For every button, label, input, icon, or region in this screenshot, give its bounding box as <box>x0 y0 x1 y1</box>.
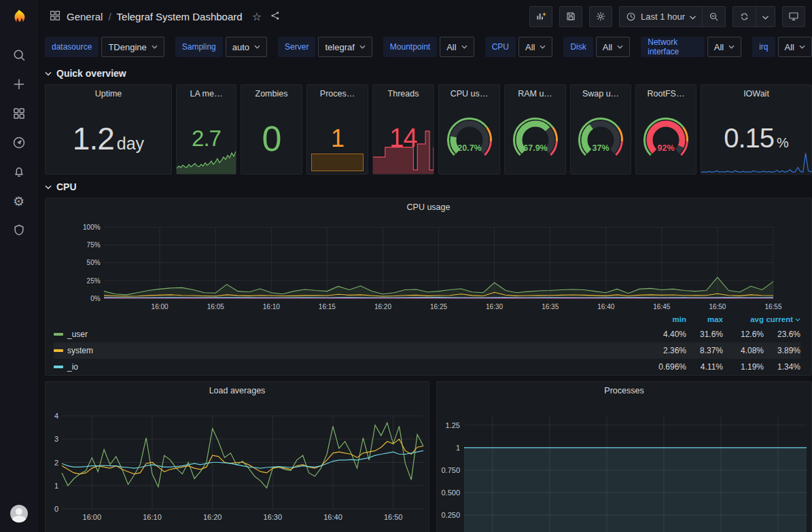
panel-title[interactable]: Swap u… <box>571 85 631 103</box>
svg-text:0.500: 0.500 <box>441 489 460 497</box>
chevron-down-icon <box>617 45 623 49</box>
dashboard-title[interactable]: Telegraf System Dashboard <box>117 11 243 22</box>
series-color-swatch <box>54 333 63 336</box>
svg-text:16:55: 16:55 <box>764 303 781 311</box>
legend-max: 8.37% <box>686 346 723 355</box>
search-icon[interactable] <box>12 48 27 63</box>
panel-load-average: LA me… 2.7 <box>176 84 236 175</box>
add-icon[interactable] <box>12 77 27 92</box>
panel-title[interactable]: RAM u… <box>505 85 565 103</box>
panel-title[interactable]: IOWait <box>701 85 811 103</box>
legend-series-toggle[interactable]: _user <box>54 330 647 339</box>
chart-legend: min max avg current _user4.40%31.6%12.6%… <box>46 313 811 375</box>
variable-label[interactable]: irq <box>752 37 775 57</box>
breadcrumb-separator: / <box>108 11 111 22</box>
zoom-out-time-button[interactable] <box>702 7 725 26</box>
configuration-gear-icon[interactable]: ⚙ <box>12 194 27 209</box>
grafana-app: ⚙ General / Telegraf System Dashboard ☆ <box>0 0 812 532</box>
explore-compass-icon[interactable] <box>12 135 27 150</box>
legend-sort-min[interactable]: min <box>647 315 686 323</box>
breadcrumb-folder[interactable]: General <box>67 11 103 22</box>
panel-title[interactable]: Uptime <box>46 85 171 103</box>
chevron-down-icon <box>45 71 52 76</box>
panel-title[interactable]: Zombies <box>241 85 302 103</box>
variable-value-dropdown[interactable]: All <box>518 37 552 57</box>
legend-min: 0.696% <box>647 362 686 372</box>
legend-min: 4.40% <box>647 330 686 339</box>
variable-label[interactable]: Disk <box>563 37 593 57</box>
variable-value-dropdown[interactable]: TDengine <box>101 37 164 57</box>
variable-label[interactable]: Mountpoint <box>383 37 437 57</box>
variable-value-dropdown[interactable]: auto <box>226 37 267 57</box>
variable-label[interactable]: Sampling <box>175 37 223 57</box>
legend-row: system2.36%8.37%4.08%3.89% <box>54 342 800 359</box>
time-range-label: Last 1 hour <box>641 12 685 22</box>
legend-series-toggle[interactable]: system <box>54 346 647 355</box>
dashboards-icon[interactable] <box>12 106 27 121</box>
svg-text:16:15: 16:15 <box>319 303 336 311</box>
legend-row: _io0.696%4.11%1.19%1.34% <box>54 359 800 375</box>
grafana-logo-icon[interactable] <box>9 8 29 29</box>
breadcrumb: General / Telegraf System Dashboard ☆ <box>49 10 281 24</box>
time-range-picker[interactable]: Last 1 hour <box>620 7 702 26</box>
panel-title[interactable]: Threads <box>373 85 434 103</box>
alerting-bell-icon[interactable] <box>12 164 27 179</box>
cpu-usage-chart: 0%25%50%75%100%16:0016:0516:1016:1516:20… <box>46 216 811 313</box>
legend-sort-max[interactable]: max <box>686 315 723 323</box>
dashboard-settings-button[interactable] <box>589 6 612 27</box>
svg-text:16:05: 16:05 <box>207 303 224 311</box>
panel-ram-usage-gauge: RAM u… 67.9% <box>504 84 566 175</box>
svg-text:16:10: 16:10 <box>143 513 162 521</box>
save-dashboard-button[interactable] <box>559 6 582 27</box>
panel-title[interactable]: CPU us… <box>439 85 499 103</box>
svg-text:1: 1 <box>54 482 58 490</box>
chevron-down-icon <box>152 45 158 49</box>
chevron-down-icon <box>728 45 735 49</box>
variable-label[interactable]: Network interface <box>641 37 705 57</box>
svg-text:67.9%: 67.9% <box>523 143 547 153</box>
legend-sort-current[interactable]: current <box>764 315 800 323</box>
stat-value: 2.7 <box>192 126 221 152</box>
refresh-button[interactable] <box>733 7 756 26</box>
panel-title[interactable]: CPU usage <box>46 198 811 216</box>
panel-title[interactable]: LA me… <box>177 85 236 103</box>
variable-cpu: CPUAll <box>485 37 553 57</box>
panel-title[interactable]: Processes <box>437 382 811 400</box>
row-toggle-quick-overview[interactable]: Quick overview <box>45 65 812 82</box>
variable-label[interactable]: CPU <box>485 37 516 57</box>
clock-icon <box>626 12 636 22</box>
variable-value-dropdown[interactable]: All <box>707 37 741 57</box>
panel-title[interactable]: Load averages <box>46 382 429 400</box>
variable-mountpoint: MountpointAll <box>383 37 474 57</box>
refresh-interval-dropdown[interactable] <box>756 7 775 26</box>
user-avatar[interactable] <box>10 505 28 522</box>
svg-text:75%: 75% <box>87 241 101 249</box>
legend-sort-avg[interactable]: avg <box>723 315 764 323</box>
variable-value-dropdown[interactable]: telegraf <box>318 37 372 57</box>
chevron-down-icon <box>254 45 260 49</box>
add-panel-button[interactable] <box>529 6 552 27</box>
variable-value-dropdown[interactable]: All <box>440 37 474 57</box>
server-admin-shield-icon[interactable] <box>12 223 27 238</box>
variable-value-dropdown[interactable]: All <box>778 37 812 57</box>
variable-label[interactable]: datasource <box>45 37 99 57</box>
svg-text:0: 0 <box>54 505 58 513</box>
cycle-view-mode-button[interactable] <box>782 6 805 27</box>
chevron-down-icon <box>762 12 769 22</box>
variable-label[interactable]: Server <box>278 37 315 57</box>
panel-title[interactable]: Proces… <box>307 85 368 103</box>
legend-row: _user4.40%31.6%12.6%23.6% <box>54 326 800 342</box>
share-icon[interactable] <box>267 10 281 23</box>
star-icon[interactable]: ☆ <box>252 10 262 23</box>
variable-irq: irqAll <box>752 37 812 57</box>
gauge: 37% <box>575 117 626 160</box>
svg-text:16:30: 16:30 <box>264 513 283 521</box>
row-toggle-cpu[interactable]: CPU <box>45 179 812 195</box>
variable-value-dropdown[interactable]: All <box>596 37 630 57</box>
legend-series-toggle[interactable]: _io <box>54 362 647 372</box>
series-color-swatch <box>54 349 63 352</box>
panel-title[interactable]: RootFS… <box>636 85 696 103</box>
chevron-down-icon <box>799 45 805 49</box>
processes-chart: 0.2500.5000.75011.25 <box>438 400 811 532</box>
svg-text:0.250: 0.250 <box>441 511 460 519</box>
